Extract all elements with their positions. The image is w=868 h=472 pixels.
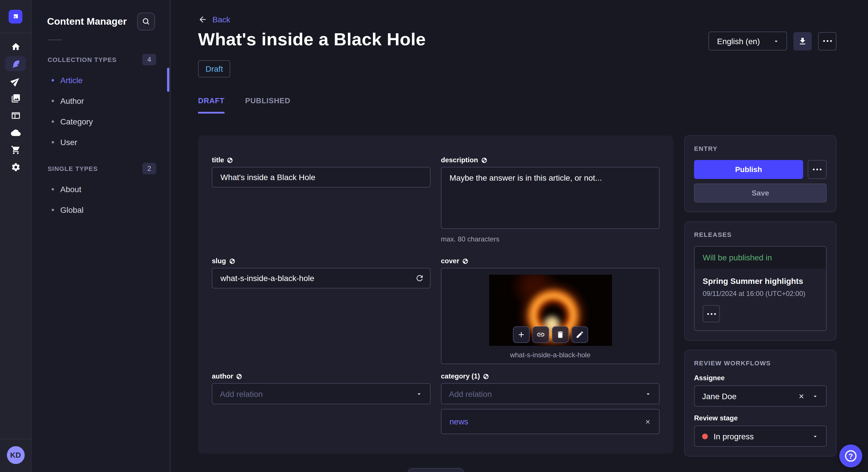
author-field: author Add relation bbox=[212, 372, 431, 404]
regenerate-slug-button[interactable] bbox=[415, 274, 424, 283]
back-arrow-icon bbox=[198, 15, 207, 24]
tab-published[interactable]: PUBLISHED bbox=[245, 96, 290, 113]
delete-media-button[interactable] bbox=[552, 326, 568, 343]
publish-button[interactable]: Publish bbox=[694, 160, 803, 179]
more-icon bbox=[813, 169, 822, 170]
release-name: Spring Summer highlights bbox=[703, 276, 818, 285]
save-button[interactable]: Save bbox=[694, 183, 827, 202]
side-panels: ENTRY Publish Save RELEASES Will be publ… bbox=[684, 135, 836, 457]
sidebar-item-article[interactable]: Article bbox=[32, 70, 170, 91]
bullet-icon bbox=[52, 121, 54, 123]
title-field: title bbox=[212, 156, 431, 188]
entry-panel: ENTRY Publish Save bbox=[684, 135, 836, 212]
chevron-down-icon bbox=[645, 390, 652, 397]
edit-media-button[interactable] bbox=[571, 326, 588, 343]
subnav-title: Content Manager bbox=[47, 16, 127, 27]
locale-select[interactable]: English (en) bbox=[708, 32, 787, 50]
cover-media-card: what-s-inside-a-black-hole bbox=[441, 268, 660, 364]
assignee-value: Jane Doe bbox=[702, 392, 737, 401]
chevron-down-icon bbox=[812, 393, 818, 400]
assignee-select[interactable]: Jane Doe bbox=[694, 385, 827, 407]
plus-icon bbox=[517, 330, 525, 339]
author-field-label: author bbox=[212, 372, 234, 380]
clear-assignee-icon[interactable] bbox=[798, 393, 805, 400]
back-button[interactable]: Back bbox=[198, 15, 230, 24]
strapi-logo-icon[interactable] bbox=[9, 10, 22, 24]
tab-draft[interactable]: DRAFT bbox=[198, 96, 224, 113]
sidebar-item-category[interactable]: Category bbox=[32, 111, 170, 132]
user-avatar[interactable]: KD bbox=[7, 446, 24, 464]
bullet-icon bbox=[52, 188, 54, 191]
main-content: Back What's inside a Black Hole English … bbox=[170, 0, 868, 472]
search-icon bbox=[142, 17, 150, 26]
sidebar-item-about[interactable]: About bbox=[32, 179, 170, 200]
slug-field-label: slug bbox=[212, 257, 226, 265]
search-button[interactable] bbox=[137, 12, 155, 30]
single-types-count: 2 bbox=[143, 163, 156, 174]
category-relation-select[interactable]: Add relation bbox=[441, 383, 660, 404]
layout-icon[interactable] bbox=[5, 108, 26, 123]
collapsed-element-peek[interactable] bbox=[408, 468, 464, 472]
bullet-icon bbox=[52, 100, 54, 102]
category-placeholder: Add relation bbox=[449, 389, 492, 398]
globe-icon bbox=[481, 157, 487, 163]
release-status: Will be published in bbox=[694, 247, 826, 268]
releases-panel: RELEASES Will be published in Spring Sum… bbox=[684, 222, 836, 341]
sidebar-item-label: Global bbox=[60, 205, 84, 214]
strapi-admin-app: KD Content Manager COLLECTION TYPES 4 Ar… bbox=[0, 0, 868, 472]
cover-field-label: cover bbox=[441, 257, 459, 265]
category-relation-item: news bbox=[441, 409, 660, 434]
add-media-button[interactable] bbox=[513, 326, 529, 343]
nav-divider bbox=[0, 33, 31, 33]
release-more-button[interactable] bbox=[703, 305, 720, 322]
review-stage-select[interactable]: In progress bbox=[694, 426, 827, 447]
description-hint: max. 80 characters bbox=[441, 235, 660, 243]
paper-plane-icon[interactable] bbox=[5, 73, 26, 88]
slug-field: slug bbox=[212, 257, 431, 289]
author-relation-select[interactable]: Add relation bbox=[212, 383, 431, 404]
feather-icon[interactable] bbox=[5, 56, 26, 71]
home-icon[interactable] bbox=[5, 39, 26, 54]
copy-link-button[interactable] bbox=[532, 326, 549, 343]
cloud-icon[interactable] bbox=[5, 125, 26, 140]
globe-icon bbox=[229, 258, 235, 264]
globe-icon bbox=[483, 373, 489, 379]
title-input[interactable] bbox=[212, 167, 431, 188]
main-nav: KD bbox=[0, 0, 32, 472]
description-field-label: description bbox=[441, 156, 478, 164]
help-button[interactable]: ? bbox=[839, 444, 862, 467]
page-title: What's inside a Black Hole bbox=[198, 29, 426, 50]
subnav-divider bbox=[48, 40, 62, 40]
collection-types-count: 4 bbox=[143, 54, 156, 65]
status-badge: Draft bbox=[198, 60, 230, 77]
chevron-down-icon bbox=[415, 390, 423, 397]
bullet-icon bbox=[52, 209, 54, 211]
remove-relation-icon[interactable] bbox=[645, 418, 651, 425]
download-button[interactable] bbox=[794, 32, 812, 50]
globe-icon bbox=[227, 157, 234, 163]
chevron-down-icon bbox=[773, 38, 780, 44]
assignee-label: Assignee bbox=[694, 374, 827, 382]
images-icon[interactable] bbox=[5, 91, 26, 105]
releases-heading: RELEASES bbox=[694, 231, 827, 238]
sidebar-item-user[interactable]: User bbox=[32, 132, 170, 153]
pencil-icon bbox=[575, 330, 584, 339]
cover-image[interactable] bbox=[489, 275, 612, 346]
stage-dot-icon bbox=[702, 433, 708, 439]
more-options-button[interactable] bbox=[818, 32, 836, 50]
chevron-down-icon bbox=[812, 433, 818, 440]
sidebar-item-global[interactable]: Global bbox=[32, 200, 170, 220]
slug-input[interactable] bbox=[212, 268, 431, 289]
sidebar-item-author[interactable]: Author bbox=[32, 91, 170, 111]
entry-more-button[interactable] bbox=[808, 160, 827, 179]
download-icon bbox=[798, 36, 807, 45]
subnav-scrollbar[interactable] bbox=[167, 68, 169, 92]
description-field: description Maybe the answer is in this … bbox=[441, 156, 660, 243]
review-workflows-panel: REVIEW WORKFLOWS Assignee Jane Doe Revie… bbox=[684, 350, 836, 457]
cover-field: cover bbox=[441, 257, 660, 364]
description-input[interactable]: Maybe the answer is in this article, or … bbox=[441, 167, 660, 229]
collection-types-label: COLLECTION TYPES bbox=[48, 56, 117, 63]
cart-icon[interactable] bbox=[5, 142, 26, 157]
gear-icon[interactable] bbox=[5, 160, 26, 174]
relation-news-link[interactable]: news bbox=[450, 417, 468, 426]
